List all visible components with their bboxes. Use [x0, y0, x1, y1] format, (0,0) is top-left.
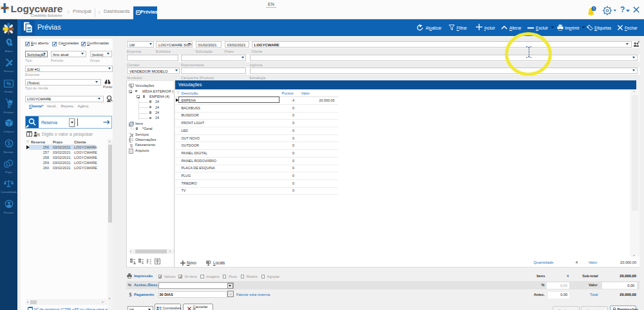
svg-text:Logycware: Logycware	[11, 3, 63, 14]
svg-text:%: %	[36, 132, 39, 137]
svg-text:$: $	[129, 291, 131, 296]
svg-text:!: !	[593, 6, 594, 10]
svg-text:Credibility Solutions: Credibility Solutions	[31, 14, 62, 17]
svg-text:$: $	[7, 140, 10, 147]
svg-text:%: %	[6, 80, 12, 87]
svg-text:$: $	[130, 143, 133, 148]
